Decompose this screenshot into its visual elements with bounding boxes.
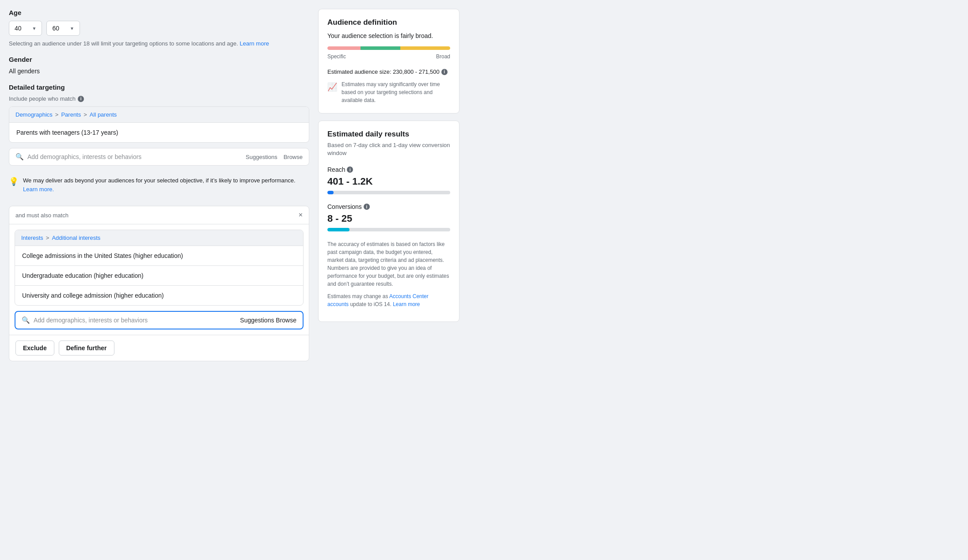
age-max-value: 60 [52, 25, 59, 32]
include-info-icon[interactable]: i [78, 96, 84, 102]
browse-link-2[interactable]: Browse [276, 317, 296, 324]
suggestions-link[interactable]: Suggestions [246, 154, 277, 160]
browse-link[interactable]: Browse [284, 154, 303, 160]
age-note: Selecting an audience under 18 will limi… [9, 40, 309, 47]
interests-search-input[interactable] [34, 317, 236, 324]
interest-item-1: College admissions in the United States … [15, 246, 303, 265]
meter-specific-segment [327, 46, 361, 50]
demographics-targeting-box: Demographics > Parents > All parents Par… [9, 106, 309, 143]
audience-size-info-icon[interactable]: i [441, 69, 448, 75]
delivery-tip: 💡 We may deliver ads beyond your audienc… [9, 171, 309, 199]
conversions-label: Conversions i [327, 203, 450, 210]
bulb-icon: 💡 [9, 177, 19, 186]
tip-learn-more-link[interactable]: Learn more. [23, 186, 54, 193]
define-further-button[interactable]: Define further [59, 341, 114, 356]
search-icon: 🔍 [15, 153, 24, 161]
meter-labels: Specific Broad [327, 53, 450, 60]
conversions-info-icon[interactable]: i [364, 204, 370, 210]
specific-label: Specific [327, 53, 346, 60]
interest-item-3: University and college admission (higher… [15, 285, 303, 305]
audience-definition-card: Audience definition Your audience select… [318, 9, 459, 114]
interests-search-row[interactable]: 🔍 Suggestions Browse [15, 311, 304, 329]
conversions-progress-fill [327, 228, 349, 231]
gender-value: All genders [9, 68, 309, 75]
search-icon-2: 🔍 [22, 316, 30, 324]
include-people-label: Include people who match [9, 95, 76, 102]
breadcrumb-demographics[interactable]: Demographics [15, 111, 53, 118]
audience-size: Estimated audience size: 230,800 - 271,5… [327, 68, 450, 75]
daily-results-subtitle: Based on 7-day click and 1-day view conv… [327, 141, 450, 157]
breadcrumb-all-parents[interactable]: All parents [90, 111, 117, 118]
demographics-search-row[interactable]: 🔍 Suggestions Browse [9, 148, 309, 166]
reach-info-icon[interactable]: i [347, 166, 353, 173]
estimate-note: 📈 Estimates may vary significantly over … [327, 80, 450, 104]
interests-breadcrumb: Interests > Additional interests [15, 230, 303, 246]
suggestions-link-2[interactable]: Suggestions [240, 317, 274, 324]
age-label: Age [9, 9, 309, 16]
breadcrumb-sep-3: > [46, 235, 49, 241]
audience-definition-title: Audience definition [327, 18, 450, 27]
reach-label: Reach i [327, 166, 450, 173]
daily-results-title: Estimated daily results [327, 130, 450, 139]
demographics-breadcrumb: Demographics > Parents > All parents [9, 107, 309, 122]
age-learn-more-link[interactable]: Learn more [240, 40, 269, 47]
also-match-content: Interests > Additional interests College… [9, 230, 309, 361]
broad-label: Broad [436, 53, 450, 60]
breadcrumb-interests[interactable]: Interests [21, 235, 43, 241]
conversions-value: 8 - 25 [327, 213, 450, 224]
meter-mid-segment [361, 46, 400, 50]
accuracy-note: The accuracy of estimates is based on fa… [327, 240, 450, 288]
reach-value: 401 - 1.2K [327, 176, 450, 187]
age-min-value: 40 [15, 25, 22, 32]
chart-icon: 📈 [327, 81, 337, 93]
breadcrumb-sep-1: > [55, 111, 59, 118]
audience-definition-subtitle: Your audience selection is fairly broad. [327, 32, 450, 39]
also-match-header: and must also match × [9, 206, 309, 224]
action-buttons-row: Exclude Define further [9, 335, 309, 361]
detailed-targeting-label: Detailed targeting [9, 83, 309, 91]
conversions-progress-bar [327, 228, 450, 231]
tip-text: We may deliver ads beyond your audiences… [23, 176, 309, 193]
exclude-button[interactable]: Exclude [15, 341, 54, 356]
meter-broad-segment [400, 46, 450, 50]
gender-label: Gender [9, 56, 309, 63]
close-button[interactable]: × [299, 212, 303, 219]
audience-meter-bar [327, 46, 450, 50]
daily-results-card: Estimated daily results Based on 7-day c… [318, 121, 459, 322]
also-match-label: and must also match [15, 212, 68, 219]
reach-progress-fill [327, 191, 334, 194]
demographics-search-input[interactable] [27, 153, 242, 160]
also-match-section: and must also match × Interests > Additi… [9, 206, 309, 361]
interests-targeting-box: Interests > Additional interests College… [15, 230, 304, 306]
breadcrumb-additional-interests[interactable]: Additional interests [52, 235, 100, 241]
chevron-down-icon: ▼ [70, 26, 74, 31]
breadcrumb-sep-2: > [84, 111, 87, 118]
ios-learn-more-link[interactable]: Learn more [393, 301, 420, 307]
age-min-select[interactable]: 40 ▼ [9, 21, 42, 36]
chevron-down-icon: ▼ [32, 26, 37, 31]
interest-item-2: Undergraduate education (higher educatio… [15, 265, 303, 285]
breadcrumb-parents[interactable]: Parents [61, 111, 81, 118]
targeting-item-parents: Parents with teenagers (13-17 years) [9, 122, 309, 142]
reach-progress-bar [327, 191, 450, 194]
ios-note: Estimates may change as Accounts Center … [327, 292, 450, 308]
age-max-select[interactable]: 60 ▼ [46, 21, 80, 36]
right-panel: Audience definition Your audience select… [318, 9, 459, 368]
